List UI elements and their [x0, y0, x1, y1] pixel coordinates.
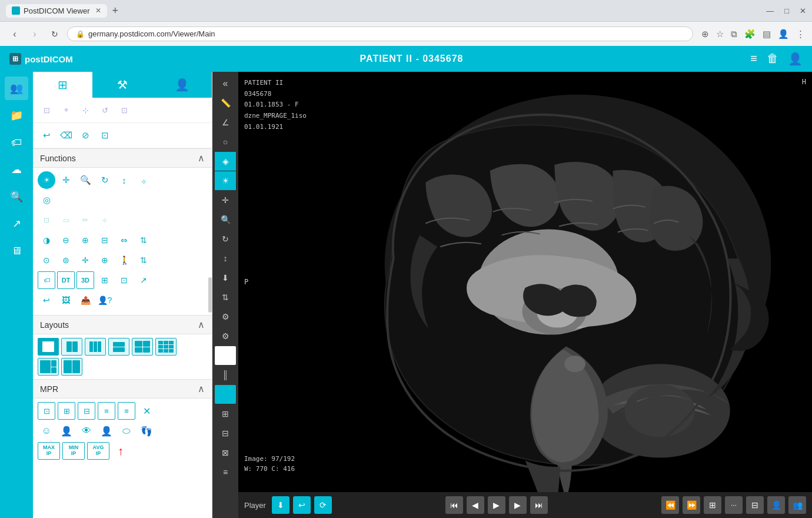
fn-scroll[interactable]: ↕	[115, 171, 133, 189]
window-restore[interactable]: □	[784, 6, 789, 15]
mpr-btn-1[interactable]: ⊡	[38, 402, 55, 420]
player-next[interactable]: ▶	[509, 496, 527, 514]
new-tab-btn[interactable]: +	[112, 5, 118, 17]
player-download[interactable]: ⬇	[272, 496, 289, 514]
address-bar[interactable]: 🔒 germany.postdicom.com/Viewer/Main	[67, 26, 693, 41]
fn-zoom[interactable]: 🔍	[76, 171, 94, 189]
player-prev[interactable]: ◀	[467, 496, 484, 514]
rt-scroll-v[interactable]: ↕	[215, 249, 236, 268]
mpr-arrow-up[interactable]: ↑	[112, 442, 129, 460]
fn-image[interactable]: 🖼	[57, 291, 75, 309]
fn-split[interactable]: ⊟	[96, 231, 114, 249]
tab-display[interactable]: ⊞	[33, 72, 92, 98]
bookmark-icon[interactable]: ☆	[716, 29, 724, 39]
player-last[interactable]: ⏭	[530, 496, 548, 514]
strip-icon-display[interactable]: 🖥	[5, 239, 28, 263]
layout-3x3[interactable]	[155, 338, 177, 356]
strip-icon-upload[interactable]: ☁	[5, 158, 28, 181]
fn-dt[interactable]: DT	[57, 271, 75, 289]
mpr-avgip[interactable]: AVGIP	[87, 442, 109, 460]
clear-btn[interactable]: ⊘	[76, 127, 94, 144]
layout-1x2[interactable]	[61, 338, 82, 356]
rt-vert-line[interactable]: ║	[215, 366, 236, 384]
strip-icon-tag[interactable]: 🏷	[5, 131, 28, 154]
tool-btn-3[interactable]: ⊹	[76, 101, 94, 119]
player-layout[interactable]: ⊟	[746, 496, 764, 514]
rt-move[interactable]: ✛	[215, 191, 236, 210]
undo-btn[interactable]: ↩	[38, 127, 55, 144]
mpr-btn-3[interactable]: ⊟	[78, 402, 95, 420]
tool-btn-1[interactable]: ⊡	[38, 101, 55, 119]
rt-refresh[interactable]: ↻	[215, 230, 236, 248]
rt-angle[interactable]: ∠	[215, 113, 236, 132]
fn-arrow[interactable]: ↗	[135, 271, 152, 289]
fn-flip-v[interactable]: ⇅	[135, 231, 152, 249]
layout-1l-2r[interactable]	[38, 358, 59, 376]
fn-scroll2[interactable]: ⇅	[135, 251, 152, 269]
fn-export[interactable]: 📤	[76, 291, 94, 309]
sidebar-icon[interactable]: ▤	[763, 29, 771, 39]
mpr-feet[interactable]: 👣	[138, 422, 155, 440]
mpr-3d-head[interactable]: 👤	[98, 422, 115, 440]
fn-windowing[interactable]: ☀	[38, 171, 55, 189]
layout-1x1[interactable]	[38, 338, 59, 356]
rt-up-down[interactable]: ⇅	[215, 288, 236, 307]
fn-ref2[interactable]: ⊕	[96, 251, 114, 269]
rt-zoom-rt[interactable]: 🔍	[215, 210, 236, 229]
strip-icon-share[interactable]: ↗	[5, 212, 28, 235]
tool-btn-4[interactable]: ↺	[96, 101, 114, 119]
fn-label[interactable]: 🏷	[38, 271, 55, 289]
mpr-btn-2[interactable]: ⊞	[58, 402, 75, 420]
header-user-icon[interactable]: 👤	[788, 52, 803, 66]
tool-btn-2[interactable]: ⌖	[57, 101, 75, 119]
rt-grid-cols[interactable]: ⊟	[215, 424, 236, 443]
mpr-close[interactable]: ✕	[138, 402, 155, 420]
fn-lasso[interactable]: ⟡	[96, 211, 114, 229]
player-skip-fwd[interactable]: ⏩	[683, 496, 700, 514]
fn-target[interactable]: ◎	[38, 191, 55, 209]
header-trash-icon[interactable]: 🗑	[767, 52, 778, 66]
tab-user[interactable]: 👤	[152, 72, 212, 98]
rt-cog2[interactable]: ⚙	[215, 327, 236, 346]
player-undo[interactable]: ↩	[293, 496, 311, 514]
player-first[interactable]: ⏮	[445, 496, 463, 514]
rt-ruler[interactable]: 📏	[215, 94, 236, 112]
player-play[interactable]: ▶	[488, 496, 505, 514]
copy-btn[interactable]: ⊡	[96, 127, 114, 144]
erase-btn[interactable]: ⌫	[57, 127, 75, 144]
header-list-icon[interactable]: ≡	[750, 52, 757, 66]
mpr-coronal[interactable]: 👁	[78, 422, 95, 440]
fn-flip-h[interactable]: ⇔	[115, 231, 133, 249]
strip-icon-group[interactable]: 👥	[5, 77, 28, 100]
strip-icon-folder[interactable]: 📁	[5, 104, 28, 127]
mpr-oval[interactable]: ⬭	[118, 422, 135, 440]
window-minimize[interactable]: —	[766, 6, 774, 15]
player-user2[interactable]: 👥	[788, 496, 806, 514]
tab-tools[interactable]: ⚒	[92, 72, 152, 98]
layout-1x3[interactable]	[85, 338, 106, 356]
fn-sync[interactable]: ⊚	[57, 251, 75, 269]
rt-cog[interactable]: ⚙	[215, 307, 236, 326]
player-dots[interactable]: ···	[725, 496, 743, 514]
window-icon[interactable]: ⧉	[731, 29, 737, 39]
rt-grid-2x2[interactable]: ⊞	[215, 404, 236, 423]
mpr-sagittal[interactable]: 👤	[58, 422, 75, 440]
nav-back[interactable]: ‹	[7, 29, 22, 39]
menu-icon[interactable]: ⋮	[796, 29, 805, 39]
layouts-toggle[interactable]: ∧	[198, 319, 205, 330]
fn-crop[interactable]: ▭	[57, 211, 75, 229]
nav-forward[interactable]: ›	[27, 29, 42, 39]
extensions-icon[interactable]: 🧩	[744, 29, 756, 39]
fn-pencil[interactable]: ✏	[76, 211, 94, 229]
player-grid-2x2[interactable]: ⊞	[704, 496, 721, 514]
scrollbar-thumb[interactable]	[208, 277, 212, 313]
rt-cyan-box[interactable]	[215, 385, 236, 404]
rt-down-arrow[interactable]: ⬇	[215, 268, 236, 287]
rt-pointer[interactable]: ◈	[215, 152, 236, 171]
functions-toggle[interactable]: ∧	[198, 152, 205, 164]
tool-btn-5[interactable]: ⊡	[115, 101, 133, 119]
player-user[interactable]: 👤	[767, 496, 785, 514]
mpr-minip[interactable]: MINIP	[62, 442, 85, 460]
fn-undo2[interactable]: ↩	[38, 291, 55, 309]
profile-icon[interactable]: 👤	[778, 29, 789, 39]
